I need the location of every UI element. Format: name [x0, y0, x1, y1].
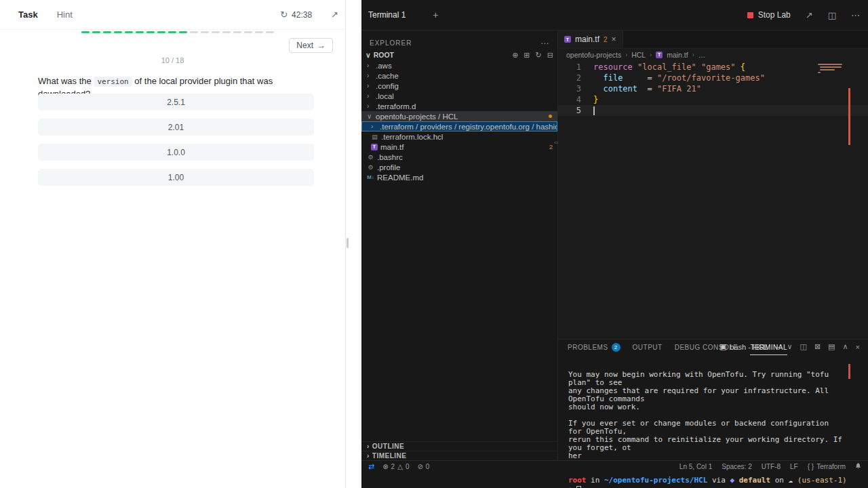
new-terminal-tab-icon[interactable]: +: [433, 9, 438, 20]
more-actions-icon[interactable]: ⋯: [851, 10, 860, 20]
close-tab-icon[interactable]: ×: [612, 35, 616, 44]
breadcrumb-file[interactable]: main.tf: [667, 51, 688, 59]
code-line-current: 5: [558, 105, 868, 116]
breadcrumb-folder[interactable]: opentofu-projects: [566, 51, 621, 59]
explorer-more-icon[interactable]: ⋯: [540, 39, 549, 48]
tree-item-label: .local: [376, 92, 394, 100]
eol-type[interactable]: LF: [790, 463, 798, 470]
tree-folder-cache[interactable]: › .cache: [361, 70, 557, 81]
problems-badge: 2: [612, 343, 620, 352]
collapse-folders-icon[interactable]: ⊟: [547, 51, 553, 60]
progress-segment: [125, 31, 133, 33]
explorer-header: EXPLORER ⋯: [361, 37, 557, 49]
tab-hint[interactable]: Hint: [57, 9, 73, 20]
ports-status[interactable]: ⊘ 0: [417, 463, 429, 470]
tab-task[interactable]: Task: [18, 9, 38, 20]
expand-panel-icon[interactable]: ↗: [331, 9, 338, 20]
code-token: content: [603, 84, 637, 94]
next-arrow-icon: →: [317, 41, 326, 50]
line-number: 1: [558, 62, 581, 73]
tree-folder-config[interactable]: › .config: [361, 81, 557, 91]
tab-output[interactable]: OUTPUT: [633, 340, 663, 355]
tree-folder-local[interactable]: › .local: [361, 91, 557, 101]
split-terminal-icon[interactable]: ◫: [800, 342, 806, 351]
new-file-icon[interactable]: ⊕: [512, 51, 518, 60]
tree-folder-terraform-providers[interactable]: › .terraform / providers / registry.open…: [361, 121, 557, 131]
chevron-right-icon: ›: [367, 452, 370, 460]
open-external-icon[interactable]: ↗: [806, 10, 813, 20]
tree-folder-terraform-d[interactable]: › .terraform.d: [361, 101, 557, 111]
tree-folder-opentofu-projects-hcl[interactable]: ∨ opentofu-projects / HCL: [361, 111, 557, 121]
answer-option[interactable]: 1.0.0: [38, 144, 314, 161]
code-token: =: [623, 73, 657, 83]
layout-toggle-icon[interactable]: ◫: [828, 10, 836, 20]
timeline-section[interactable]: › TIMELINE: [361, 451, 557, 460]
timer-value: 42:38: [292, 10, 312, 20]
prompt-path: ~/opentofu-projects/HCL: [604, 476, 707, 485]
chevron-right-icon: ›: [367, 92, 373, 100]
tree-file-main-tf[interactable]: T main.tf 2: [361, 142, 557, 152]
overview-ruler-mark: [848, 88, 850, 145]
notifications-bell-icon[interactable]: [855, 462, 861, 470]
close-panel-icon[interactable]: ×: [856, 343, 860, 351]
progress-segment: [81, 31, 90, 33]
editor-tab-problems-badge: 2: [604, 36, 608, 43]
chevron-right-icon: ›: [692, 52, 694, 58]
shell-prompt: root in ~/opentofu-projects/HCL via ◆ de…: [568, 476, 845, 485]
new-terminal-icon[interactable]: +: [775, 343, 779, 351]
kill-terminal-icon[interactable]: ⊠: [814, 342, 821, 351]
terraform-file-icon: T: [371, 144, 378, 150]
language-mode[interactable]: { } Terraform: [808, 463, 846, 470]
tree-file-terraform-lock[interactable]: ▤ .terraform.lock.hcl: [361, 131, 557, 142]
tree-item-label: .terraform.d: [376, 102, 416, 110]
code-token: file: [603, 73, 623, 83]
tree-folder-aws[interactable]: › .aws: [361, 60, 557, 70]
terminal-dropdown-icon[interactable]: ∨: [787, 342, 792, 351]
progress-segment: [266, 31, 274, 33]
line-number: 5: [558, 105, 581, 116]
panel-layout-icon[interactable]: ▤: [828, 342, 835, 351]
tree-file-readme[interactable]: M↓ README.md: [361, 172, 557, 182]
tree-file-bashrc[interactable]: ⚙ .bashrc: [361, 152, 557, 162]
tree-file-profile[interactable]: ⚙ .profile: [361, 162, 557, 172]
progress-segment: [255, 31, 263, 33]
answer-option[interactable]: 2.5.1: [38, 94, 314, 110]
stop-lab-button[interactable]: Stop Lab: [747, 10, 791, 20]
shell-label: bash - HCL: [730, 343, 768, 351]
error-count: 2: [391, 463, 395, 470]
restart-timer-icon[interactable]: ↻: [280, 9, 288, 20]
indentation[interactable]: Spaces: 2: [722, 463, 751, 470]
editor-tab-main-tf[interactable]: T main.tf 2 ×: [558, 30, 623, 48]
explorer-root-section[interactable]: ∨ ROOT ⊕ ⊞ ↻ ⊟: [361, 49, 557, 60]
shell-picker[interactable]: ▣ bash - HCL: [719, 342, 768, 351]
tree-item-label: opentofu-projects / HCL: [376, 113, 458, 121]
encoding[interactable]: UTF-8: [762, 463, 781, 470]
screen: Task Hint ↻ 42:38 ↗ Next → 10 / 18 What …: [0, 0, 868, 488]
terminal-1-tab[interactable]: Terminal 1: [367, 7, 407, 22]
breadcrumb: opentofu-projects › HCL › T main.tf › …: [558, 49, 868, 60]
tab-problems[interactable]: PROBLEMS 2: [568, 340, 620, 355]
prompt-input-line: ›: [568, 485, 845, 488]
code-token: "local_file": [637, 62, 701, 72]
outline-label: OUTLINE: [372, 443, 404, 450]
cursor-position[interactable]: Ln 5, Col 1: [679, 463, 712, 470]
maximize-panel-icon[interactable]: ∧: [843, 342, 848, 351]
remote-indicator-icon[interactable]: ⇄: [368, 462, 374, 471]
split-drag-handle[interactable]: [347, 238, 349, 248]
progress-segment: [168, 31, 176, 33]
terraform-file-icon: T: [656, 52, 663, 58]
code-editor[interactable]: 1 resource "local_file" "games" { 2 file…: [558, 60, 868, 339]
minimap[interactable]: [818, 64, 846, 75]
breadcrumb-folder[interactable]: HCL: [631, 51, 646, 59]
progress-segment: [114, 31, 122, 33]
new-folder-icon[interactable]: ⊞: [524, 51, 530, 60]
tree-item-label: .aws: [376, 62, 392, 70]
progress-segment: [222, 31, 231, 33]
outline-section[interactable]: › OUTLINE: [361, 441, 557, 451]
refresh-explorer-icon[interactable]: ↻: [536, 51, 542, 60]
problems-status[interactable]: ⊗ 2 △ 0: [382, 463, 409, 470]
next-button[interactable]: Next →: [289, 38, 333, 53]
answer-option[interactable]: 2.01: [38, 119, 314, 136]
answer-option[interactable]: 1.00: [38, 169, 314, 186]
breadcrumb-symbol[interactable]: …: [698, 51, 706, 59]
